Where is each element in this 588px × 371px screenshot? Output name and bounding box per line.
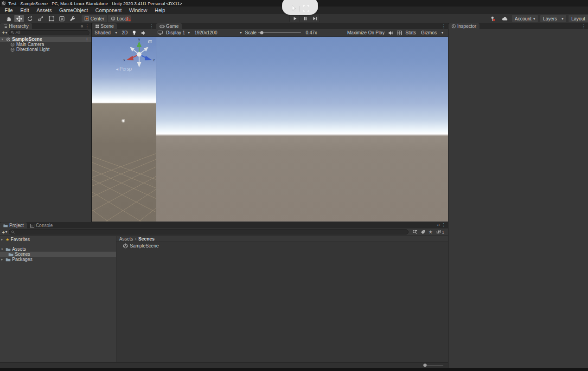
tab-inspector[interactable]: Inspector [448, 23, 479, 29]
hierarchy-tree: ▾ SampleScene ⋮ Main Camera Directional … [0, 36, 91, 52]
breadcrumb-current[interactable]: Scenes [138, 236, 154, 241]
local-icon [111, 16, 115, 21]
project-searchbox[interactable] [9, 229, 409, 234]
transform-tool-icon[interactable] [57, 15, 67, 22]
pivot-mode-button[interactable]: Center [82, 15, 107, 22]
kebab-menu-icon[interactable]: ⋮ [149, 23, 154, 29]
hierarchy-searchbox[interactable] [8, 30, 89, 35]
rect-tool-icon[interactable] [46, 15, 56, 22]
rotate-tool-icon[interactable] [25, 15, 35, 22]
tree-item-packages[interactable]: ▸ Packages [0, 257, 116, 262]
kebab-menu-icon[interactable]: ⋮ [85, 37, 89, 42]
move-tool-icon[interactable] [14, 15, 24, 22]
tab-project[interactable]: Project [0, 222, 27, 228]
toggle-2d-button[interactable]: 2D [121, 30, 129, 35]
vsync-grid-icon[interactable] [397, 31, 402, 35]
scene-camera-settings-icon[interactable] [148, 40, 152, 43]
mute-audio-icon[interactable] [388, 31, 393, 35]
scale-slider-track[interactable] [258, 33, 301, 33]
foldout-icon[interactable]: ▸ [0, 238, 4, 241]
stats-toggle[interactable]: Stats [405, 30, 416, 35]
kebab-menu-icon[interactable]: ⋮ [85, 23, 89, 29]
hierarchy-row-scene[interactable]: ▾ SampleScene ⋮ [0, 37, 91, 42]
persp-arrow-icon: ◂ [116, 66, 118, 72]
hidden-packages-toggle[interactable]: 1 [436, 230, 444, 234]
pause-button[interactable] [300, 15, 310, 22]
layout-dropdown[interactable]: Layout ▾ [569, 15, 588, 22]
shading-mode-dropdown[interactable]: Shaded ▾ [93, 30, 119, 35]
foldout-icon[interactable]: ▾ [0, 38, 5, 41]
foldout-icon[interactable]: ▸ [0, 258, 4, 261]
hierarchy-row-main-camera[interactable]: Main Camera [0, 42, 91, 47]
scale-slider[interactable]: Scale [245, 30, 301, 35]
scene-lighting-icon[interactable] [131, 30, 138, 35]
tab-hierarchy[interactable]: Hierarchy [0, 23, 32, 29]
lock-icon[interactable]: a [81, 23, 83, 29]
kebab-menu-icon[interactable]: ⋮ [582, 23, 586, 29]
play-button[interactable] [289, 15, 300, 22]
menu-help[interactable]: Help [151, 7, 169, 14]
resolution-dropdown[interactable]: 1920x1200 ▾ [193, 30, 243, 35]
search-by-label-icon[interactable] [421, 230, 425, 234]
scene-panel: Scene ⋮ Shaded ▾ 2D [92, 23, 156, 222]
lock-icon[interactable]: a [437, 222, 440, 228]
project-search-input[interactable] [16, 230, 406, 234]
region-select-icon[interactable] [303, 5, 309, 12]
tab-game[interactable]: Game [156, 23, 182, 29]
tree-item-assets[interactable]: ▾ Assets [0, 247, 116, 252]
create-button[interactable]: +▾ [2, 30, 7, 35]
cloud-services-icon[interactable] [500, 15, 510, 22]
tab-scene[interactable]: Scene [92, 23, 117, 29]
projection-toggle[interactable]: ◂ Persp [92, 66, 156, 72]
menu-component[interactable]: Component [91, 7, 125, 14]
create-asset-button[interactable]: +▾ [2, 229, 7, 235]
breadcrumb-root[interactable]: Assets [119, 236, 133, 241]
layers-dropdown[interactable]: Layers ▾ [540, 15, 566, 22]
custom-tool-icon[interactable] [68, 15, 77, 22]
gizmos-dropdown[interactable]: Gizmos ▾ [420, 30, 445, 35]
tree-item-favorites[interactable]: ▸ ★ Favorites [0, 237, 116, 242]
scale-tool-icon[interactable] [36, 15, 45, 22]
folder-icon [8, 253, 13, 256]
game-viewport[interactable] [156, 37, 448, 221]
display-dropdown[interactable]: Display 1 ▾ [165, 30, 191, 35]
hierarchy-tab-icon [3, 24, 7, 28]
kebab-menu-icon[interactable]: ⋮ [441, 23, 446, 29]
console-tab-label: Console [36, 223, 53, 228]
hierarchy-row-directional-light[interactable]: Directional Light [0, 47, 91, 52]
version-control-icon[interactable] [488, 15, 498, 22]
favorites-filter-icon[interactable]: ★ [428, 229, 433, 234]
account-dropdown[interactable]: Account ▾ [512, 15, 538, 22]
menu-edit[interactable]: Edit [17, 7, 33, 14]
menu-gameobject[interactable]: GameObject [56, 7, 92, 14]
kebab-menu-icon[interactable]: ⋮ [441, 222, 446, 228]
asset-name: SampleScene [130, 243, 159, 248]
scene-toolbar: Shaded ▾ 2D [92, 29, 156, 37]
thumbnail-slider-knob[interactable] [423, 364, 427, 367]
maximize-on-play-toggle[interactable]: Maximize On Play [347, 30, 385, 35]
foldout-icon[interactable]: ▾ [0, 247, 4, 251]
tree-item-scenes[interactable]: Scenes [0, 252, 116, 257]
pivot-mode-label: Center [90, 16, 104, 21]
asset-item-samplescene[interactable]: SampleScene [116, 242, 448, 248]
scenes-label: Scenes [15, 252, 30, 257]
eye-slash-icon [436, 230, 441, 234]
menu-assets[interactable]: Assets [33, 7, 56, 14]
scale-slider-knob[interactable] [260, 31, 263, 34]
scene-audio-icon[interactable] [140, 31, 147, 35]
menu-file[interactable]: File [1, 7, 17, 14]
cursor-icon[interactable] [291, 5, 297, 12]
scene-viewport[interactable]: y x z ◂ Persp [92, 37, 156, 221]
thumbnail-size-slider[interactable] [424, 365, 443, 365]
grid-snap-icon[interactable] [123, 15, 133, 22]
search-by-type-icon[interactable] [412, 229, 417, 234]
toolbar-right-group: Account ▾ Layers ▾ Layout ▾ [488, 15, 588, 22]
project-search-filters: ★ 1 [410, 229, 446, 234]
hand-tool-icon[interactable] [4, 15, 13, 22]
hierarchy-search-input[interactable] [15, 30, 87, 35]
chevron-down-icon: ▾ [115, 31, 117, 35]
assets-label: Assets [12, 247, 26, 252]
menu-window[interactable]: Window [125, 7, 151, 14]
tab-console[interactable]: Console [27, 222, 56, 228]
step-button[interactable] [310, 15, 320, 22]
